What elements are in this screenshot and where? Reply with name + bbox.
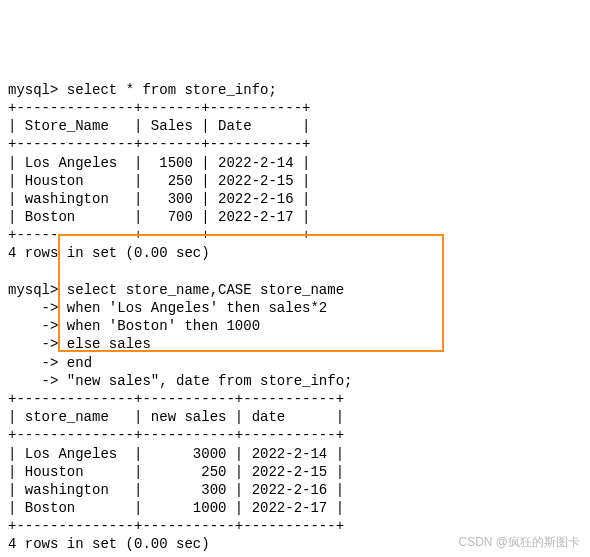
table2-row: | Los Angeles | 3000 | 2022-2-14 | <box>8 446 344 462</box>
table1-row: | Boston | 700 | 2022-2-17 | <box>8 209 310 225</box>
table1-row: | Los Angeles | 1500 | 2022-2-14 | <box>8 155 310 171</box>
table1-summary: 4 rows in set (0.00 sec) <box>8 245 210 261</box>
prompt: mysql> <box>8 82 58 98</box>
cont-prompt: -> <box>42 373 59 389</box>
cont-prompt: -> <box>42 336 59 352</box>
table1-header: | Store_Name | Sales | Date | <box>8 118 310 134</box>
table1-row: | Houston | 250 | 2022-2-15 | <box>8 173 310 189</box>
query2-line3: when 'Boston' then 1000 <box>67 318 260 334</box>
query2-line1: select store_name,CASE store_name <box>67 282 344 298</box>
table1-border-bot: +--------------+-------+-----------+ <box>8 227 310 243</box>
table2-summary: 4 rows in set (0.00 sec) <box>8 536 210 552</box>
table2-row: | Boston | 1000 | 2022-2-17 | <box>8 500 344 516</box>
table2-border-bot: +--------------+-----------+-----------+ <box>8 518 344 534</box>
cont-prompt: -> <box>42 300 59 316</box>
query1: select * from store_info; <box>67 82 277 98</box>
query2-line4: else sales <box>67 336 151 352</box>
table2-border-top: +--------------+-----------+-----------+ <box>8 391 344 407</box>
terminal-output: mysql> select * from store_info; +------… <box>8 82 352 557</box>
query2-line2: when 'Los Angeles' then sales*2 <box>67 300 327 316</box>
prompt: mysql> <box>8 282 58 298</box>
table2-row: | washington | 300 | 2022-2-16 | <box>8 482 344 498</box>
table1-border-mid: +--------------+-------+-----------+ <box>8 136 310 152</box>
table1-border-top: +--------------+-------+-----------+ <box>8 100 310 116</box>
query2-line5: end <box>67 355 92 371</box>
query2-line6: "new sales", date from store_info; <box>67 373 353 389</box>
table1-row: | washington | 300 | 2022-2-16 | <box>8 191 310 207</box>
watermark: CSDN @疯狂的斯图卡 <box>458 535 580 551</box>
table2-row: | Houston | 250 | 2022-2-15 | <box>8 464 344 480</box>
table2-header: | store_name | new sales | date | <box>8 409 344 425</box>
cont-prompt: -> <box>42 355 59 371</box>
table2-border-mid: +--------------+-----------+-----------+ <box>8 427 344 443</box>
cont-prompt: -> <box>42 318 59 334</box>
